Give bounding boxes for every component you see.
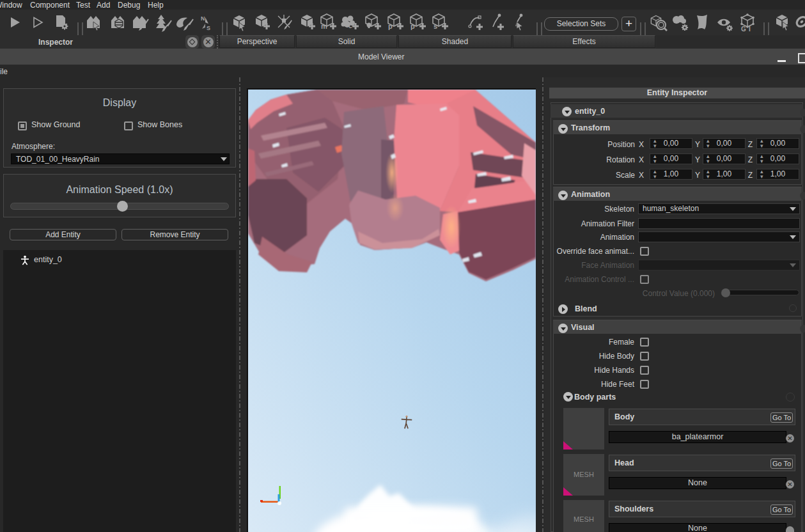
- svg-text:p: p: [410, 22, 415, 30]
- svg-text:G: G: [741, 26, 746, 33]
- svg-text:s: s: [434, 22, 437, 30]
- svg-text:c: c: [348, 22, 352, 29]
- svg-text:S: S: [207, 25, 210, 31]
- svg-text:N: N: [201, 15, 205, 22]
- svg-text:p: p: [388, 22, 393, 30]
- svg-text:m: m: [321, 22, 327, 30]
- svg-text:I: I: [749, 26, 751, 33]
